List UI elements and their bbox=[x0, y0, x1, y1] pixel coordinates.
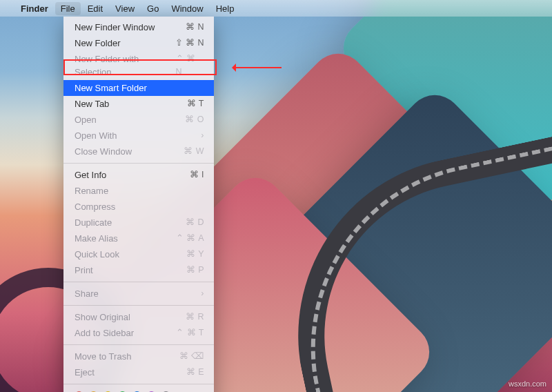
menu-item-shortcut: ⌃ ⌘ N bbox=[176, 52, 204, 79]
menu-item-shortcut: ⌘ I bbox=[190, 168, 204, 182]
menu-item-label: New Folder bbox=[75, 37, 120, 50]
menu-separator bbox=[63, 163, 214, 164]
menu-item-get-info[interactable]: Get Info⌘ I bbox=[63, 167, 214, 183]
menu-item-shortcut: ⌃ ⌘ A bbox=[176, 232, 204, 245]
menu-item-label: Rename bbox=[75, 184, 108, 197]
menu-item-new-tab[interactable]: New Tab⌘ T bbox=[63, 96, 214, 112]
menu-item-new-smart-folder[interactable]: New Smart Folder bbox=[63, 80, 214, 96]
menu-item-shortcut: ⌘ N bbox=[186, 21, 204, 34]
menu-item-label: New Folder with Selection bbox=[75, 52, 176, 79]
menu-item-close-window: Close Window⌘ W bbox=[63, 144, 214, 159]
menu-item-label: Close Window bbox=[75, 145, 132, 158]
file-menu-dropdown: New Finder Window⌘ N New Folder⇧ ⌘ N New… bbox=[63, 17, 214, 392]
chevron-right-icon: › bbox=[201, 287, 204, 300]
menu-item-new-finder-window[interactable]: New Finder Window⌘ N bbox=[63, 19, 214, 35]
menu-item-label: Compress bbox=[75, 200, 115, 213]
menu-item-quick-look: Quick Look⌘ Y bbox=[63, 246, 214, 262]
menu-item-open-with: Open With› bbox=[63, 128, 214, 144]
menu-item-label: New Tab bbox=[75, 97, 109, 110]
menu-item-label: Print bbox=[75, 264, 93, 277]
menu-item-shortcut: ⌘ O bbox=[185, 113, 204, 126]
menu-bar: Finder File Edit View Go Window Help bbox=[0, 0, 552, 17]
menu-item-compress: Compress bbox=[63, 199, 214, 215]
menu-separator bbox=[63, 282, 214, 282]
menu-item-label: Quick Look bbox=[75, 248, 119, 261]
menu-item-label: Share bbox=[75, 287, 99, 300]
menu-item-shortcut: ⌘ W bbox=[184, 145, 204, 158]
menu-item-shortcut: ⌘ P bbox=[186, 264, 204, 277]
menu-item-duplicate: Duplicate⌘ D bbox=[63, 215, 214, 231]
menu-view[interactable]: View bbox=[115, 3, 135, 14]
menu-edit[interactable]: Edit bbox=[88, 3, 103, 14]
menu-item-shortcut: ⇧ ⌘ N bbox=[175, 37, 204, 50]
menu-item-shortcut: ⌘ T bbox=[187, 97, 204, 110]
menu-item-label: Make Alias bbox=[75, 232, 118, 245]
menu-item-label: Duplicate bbox=[75, 216, 112, 229]
menu-item-show-original: Show Original⌘ R bbox=[63, 309, 214, 325]
menu-item-move-to-trash: Move to Trash⌘ ⌫ bbox=[63, 349, 214, 364]
menu-item-label: Move to Trash bbox=[75, 350, 131, 363]
menu-separator bbox=[63, 344, 214, 345]
menu-item-label: New Smart Folder bbox=[75, 81, 147, 95]
menu-item-shortcut: ⌘ R bbox=[186, 311, 204, 324]
menu-item-new-folder-with-selection: New Folder with Selection⌃ ⌘ N bbox=[63, 51, 214, 80]
menu-file[interactable]: File bbox=[55, 2, 81, 15]
menu-item-share: Share› bbox=[63, 286, 214, 302]
menu-separator bbox=[63, 305, 214, 306]
menu-go[interactable]: Go bbox=[147, 3, 159, 14]
menu-item-open: Open⌘ O bbox=[63, 112, 214, 128]
menu-item-shortcut: ⌘ ⌫ bbox=[179, 350, 204, 363]
menu-item-label: New Finder Window bbox=[75, 21, 155, 34]
watermark-label: wsxdn.com bbox=[509, 380, 546, 388]
menu-item-shortcut: ⌘ D bbox=[186, 216, 204, 229]
menu-item-rename: Rename bbox=[63, 183, 214, 199]
menu-item-new-folder[interactable]: New Folder⇧ ⌘ N bbox=[63, 35, 214, 51]
app-name-label[interactable]: Finder bbox=[21, 3, 48, 14]
menu-window[interactable]: Window bbox=[171, 3, 203, 14]
menu-item-make-alias: Make Alias⌃ ⌘ A bbox=[63, 231, 214, 246]
menu-item-add-to-sidebar: Add to Sidebar⌃ ⌘ T bbox=[63, 325, 214, 341]
menu-item-label: Show Original bbox=[75, 311, 130, 324]
menu-item-label: Get Info bbox=[75, 168, 106, 182]
menu-item-label: Eject bbox=[75, 366, 95, 379]
menu-item-eject: Eject⌘ E bbox=[63, 364, 214, 380]
menu-separator bbox=[63, 384, 214, 384]
menu-item-shortcut: ⌘ Y bbox=[186, 248, 204, 261]
chevron-right-icon: › bbox=[201, 129, 204, 142]
menu-item-label: Add to Sidebar bbox=[75, 326, 134, 340]
menu-help[interactable]: Help bbox=[216, 3, 235, 14]
menu-item-label: Open With bbox=[75, 129, 117, 142]
menu-item-shortcut: ⌘ E bbox=[186, 366, 204, 379]
menu-item-print: Print⌘ P bbox=[63, 262, 214, 278]
tag-color-row bbox=[63, 388, 214, 392]
menu-item-shortcut: ⌃ ⌘ T bbox=[176, 326, 204, 340]
menu-item-label: Open bbox=[75, 113, 97, 126]
